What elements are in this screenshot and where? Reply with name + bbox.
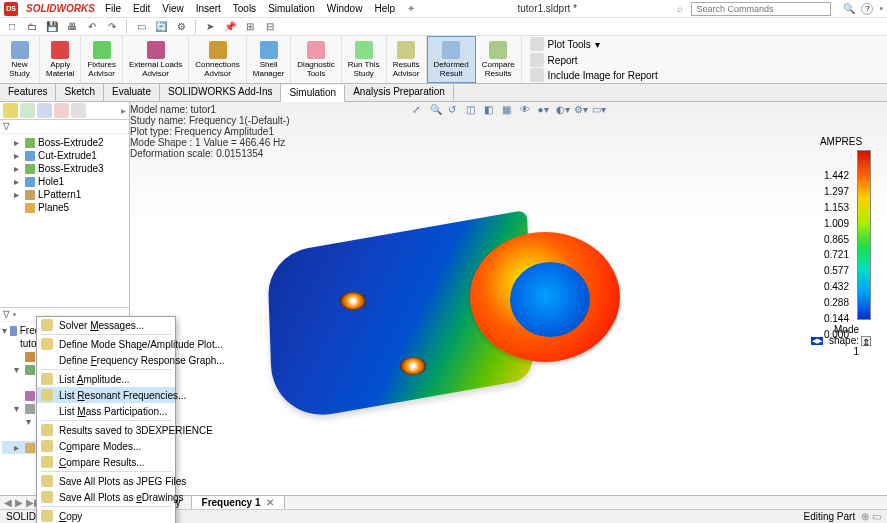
- zoom-fit-icon[interactable]: ⤢: [412, 104, 426, 118]
- ctx-item-icon: [41, 319, 53, 331]
- ctx-save-all-plots-as-jpeg-files[interactable]: Save All Plots as JPEG Files: [37, 473, 175, 489]
- rb-run-study[interactable]: Run ThisStudy: [342, 36, 387, 83]
- fm-tab-more-icon[interactable]: ▸: [121, 105, 126, 116]
- menu-help-icon[interactable]: ✦: [405, 3, 417, 14]
- menu-insert[interactable]: Insert: [194, 3, 223, 14]
- ctx-item-label: List Resonant Frequencies...: [59, 390, 186, 401]
- ctx-item-label: Save All Plots as eDrawings: [59, 492, 184, 503]
- qat-new-icon[interactable]: □: [4, 19, 20, 35]
- rb-plot-tools[interactable]: Plot Tools▾: [530, 37, 658, 51]
- ctx-item-label: Results saved to 3DEXPERIENCE: [59, 425, 213, 436]
- qat-open-icon[interactable]: 🗀: [24, 19, 40, 35]
- rb-results-advisor[interactable]: ResultsAdvisor: [387, 36, 427, 83]
- menu-tools[interactable]: Tools: [231, 3, 258, 14]
- tree-boss-extrude3[interactable]: ▸Boss-Extrude3: [2, 162, 127, 175]
- rb-new-study[interactable]: NewStudy: [0, 36, 40, 83]
- result-plot-model[interactable]: [270, 192, 630, 452]
- search-trigger-icon[interactable]: 🔍: [843, 3, 855, 15]
- tree-lpattern1[interactable]: ▸LPattern1: [2, 188, 127, 201]
- funnel-icon[interactable]: ∇: [3, 121, 10, 132]
- qat-options-icon[interactable]: ⚙: [173, 19, 189, 35]
- graphics-viewport[interactable]: ⤢ 🔍 ↺ ◫ ◧ ▦ 👁 ●▾ ◐▾ ⚙▾ ▭▾ Model name: tu…: [130, 102, 887, 495]
- ctx-define-frequency-response-graph[interactable]: Define Frequency Response Graph...: [37, 352, 175, 368]
- qat-undo-icon[interactable]: ↶: [84, 19, 100, 35]
- window-min-icon[interactable]: •: [879, 3, 883, 15]
- tree-hole1[interactable]: ▸Hole1: [2, 175, 127, 188]
- rb-report[interactable]: Report: [530, 53, 658, 67]
- menu-simulation[interactable]: Simulation: [266, 3, 317, 14]
- rb-shell-manager[interactable]: ShellManager: [247, 36, 292, 83]
- qat-more-icon[interactable]: ⊟: [262, 19, 278, 35]
- ctx-copy[interactable]: Copy: [37, 508, 175, 523]
- qat-rebuild-icon[interactable]: 🔄: [153, 19, 169, 35]
- qat-redo-icon[interactable]: ↷: [104, 19, 120, 35]
- status-icons[interactable]: ⊕ ▭: [861, 511, 881, 522]
- hide-show-icon[interactable]: 👁: [520, 104, 534, 118]
- tab-features[interactable]: Features: [0, 84, 56, 101]
- fm-tab-config-icon[interactable]: [37, 103, 52, 118]
- rb-apply-material[interactable]: ApplyMaterial: [40, 36, 81, 83]
- tab-simulation[interactable]: Simulation: [281, 85, 345, 102]
- fm-tab-property-icon[interactable]: [20, 103, 35, 118]
- ctx-save-all-plots-as-edrawings[interactable]: Save All Plots as eDrawings: [37, 489, 175, 505]
- menu-window[interactable]: Window: [325, 3, 365, 14]
- mode-spinner[interactable]: ⇕: [861, 336, 871, 346]
- section-view-icon[interactable]: ◫: [466, 104, 480, 118]
- tree-boss-extrude2[interactable]: ▸Boss-Extrude2: [2, 136, 127, 149]
- qat-grid-icon[interactable]: ⊞: [242, 19, 258, 35]
- hud-study: Study name: Frequency 1(-Default-): [130, 115, 290, 126]
- view-orient-icon[interactable]: ◧: [484, 104, 498, 118]
- rb-compare-results[interactable]: CompareResults: [476, 36, 522, 83]
- qat-select-icon[interactable]: ▭: [133, 19, 149, 35]
- fm-tab-display-icon[interactable]: [71, 103, 86, 118]
- tab-addins[interactable]: SOLIDWORKS Add-Ins: [160, 84, 281, 101]
- tab-sketch[interactable]: Sketch: [56, 84, 104, 101]
- rb-plot-report-group: Plot Tools▾ Report Include Image for Rep…: [522, 36, 666, 83]
- ctx-compare-modes[interactable]: Compare Modes...: [37, 438, 175, 454]
- qat-pin-icon[interactable]: 📌: [222, 19, 238, 35]
- color-legend[interactable]: AMPRES 1.4421.2971.1531.0090.8650.7210.5…: [811, 136, 871, 357]
- qat-arrow-icon[interactable]: ➤: [202, 19, 218, 35]
- ctx-list-resonant-frequencies[interactable]: List Resonant Frequencies...: [37, 387, 175, 403]
- zoom-area-icon[interactable]: 🔍: [430, 104, 444, 118]
- qat-save-icon[interactable]: 💾: [44, 19, 60, 35]
- btab-frequency1[interactable]: Frequency 1✕: [192, 496, 286, 509]
- tab-analysis-prep[interactable]: Analysis Preparation: [345, 84, 454, 101]
- view-settings-icon[interactable]: ⚙▾: [574, 104, 588, 118]
- menu-edit[interactable]: Edit: [131, 3, 152, 14]
- rb-include-image[interactable]: Include Image for Report: [530, 68, 658, 82]
- viewport-split-icon[interactable]: ▭▾: [592, 104, 606, 118]
- close-tab-icon[interactable]: ✕: [266, 497, 274, 508]
- tree-cut-extrude1[interactable]: ▸Cut-Extrude1: [2, 149, 127, 162]
- rb-fixtures-advisor[interactable]: FixturesAdvisor: [81, 36, 122, 83]
- ctx-item-icon: [41, 440, 53, 452]
- ctx-results-saved-to-dexperience[interactable]: Results saved to 3DEXPERIENCE: [37, 422, 175, 438]
- rb-external-loads[interactable]: External LoadsAdvisor: [123, 36, 189, 83]
- menu-help[interactable]: Help: [372, 3, 397, 14]
- appearance-icon[interactable]: ●▾: [538, 104, 552, 118]
- fm-tab-feature-icon[interactable]: [3, 103, 18, 118]
- ctx-separator: [41, 471, 171, 472]
- rb-connections[interactable]: ConnectionsAdvisor: [189, 36, 246, 83]
- menu-file[interactable]: File: [103, 3, 123, 14]
- ctx-define-mode-shape-amplitude-plot[interactable]: Define Mode Shape/Amplitude Plot...: [37, 336, 175, 352]
- search-commands-input[interactable]: [691, 2, 831, 16]
- tree-plane5[interactable]: Plane5: [2, 201, 127, 214]
- funnel-icon[interactable]: ∇ •: [3, 309, 16, 320]
- brand-label: SOLIDWORKS: [26, 3, 95, 14]
- help-button-icon[interactable]: ?: [861, 3, 873, 15]
- qat-print-icon[interactable]: 🖶: [64, 19, 80, 35]
- rb-deformed-result[interactable]: DeformedResult: [427, 36, 476, 83]
- ctx-solver-messages[interactable]: Solver Messages...: [37, 317, 175, 333]
- feature-tree[interactable]: ▸Boss-Extrude2 ▸Cut-Extrude1 ▸Boss-Extru…: [0, 134, 129, 307]
- ctx-compare-results[interactable]: Compare Results...: [37, 454, 175, 470]
- scene-icon[interactable]: ◐▾: [556, 104, 570, 118]
- ctx-list-mass-participation[interactable]: List Mass Participation...: [37, 403, 175, 419]
- rb-diagnostic[interactable]: DiagnosticTools: [291, 36, 341, 83]
- prev-view-icon[interactable]: ↺: [448, 104, 462, 118]
- ctx-list-amplitude[interactable]: List Amplitude...: [37, 371, 175, 387]
- menu-view[interactable]: View: [160, 3, 186, 14]
- tab-evaluate[interactable]: Evaluate: [104, 84, 160, 101]
- display-style-icon[interactable]: ▦: [502, 104, 516, 118]
- fm-tab-dim-icon[interactable]: [54, 103, 69, 118]
